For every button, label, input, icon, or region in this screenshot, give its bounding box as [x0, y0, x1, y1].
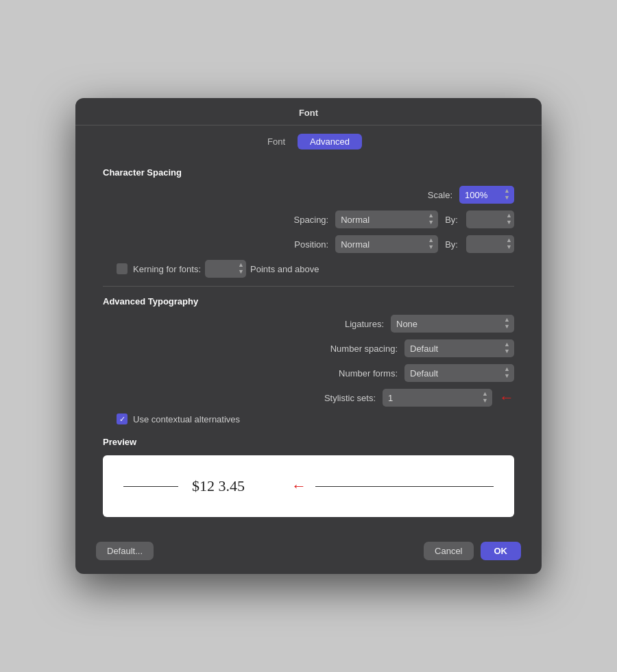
- default-button[interactable]: Default...: [96, 542, 154, 560]
- ligatures-select[interactable]: None Standard Only Standard and Contextu…: [391, 315, 514, 333]
- spacing-by-input[interactable]: [466, 211, 514, 228]
- kerning-points-label: Points and above: [250, 264, 319, 274]
- spacing-by-group: By: ▲ ▼: [445, 211, 514, 228]
- preview-red-arrow: ←: [291, 477, 306, 495]
- spacing-select-wrapper: Normal Expanded Condensed ▲ ▼: [335, 211, 438, 228]
- stylistic-sets-red-arrow: ←: [499, 390, 514, 405]
- dialog-title-bar: Font: [75, 98, 542, 125]
- number-forms-select[interactable]: Default Lining Old-Style: [404, 364, 514, 382]
- number-forms-select-wrapper: Default Lining Old-Style ▲ ▼: [404, 364, 514, 382]
- number-spacing-select-wrapper: Default Proportional Tabular ▲ ▼: [404, 339, 514, 357]
- scale-select[interactable]: 100% 75% 90% 110% 125% 150% 200%: [459, 186, 514, 204]
- kerning-row: Kerning for fonts: ▲ ▼ Points and above: [117, 260, 514, 278]
- section-divider: [103, 286, 514, 287]
- preview-line-left: [123, 486, 178, 487]
- font-dialog: Font Font Advanced Character Spacing Sca…: [75, 98, 542, 574]
- preview-box: $12 3.45 ←: [103, 455, 514, 517]
- spacing-row: Spacing: Normal Expanded Condensed ▲ ▼ B…: [103, 211, 514, 228]
- ligatures-select-wrapper: None Standard Only Standard and Contextu…: [391, 315, 514, 333]
- position-by-input[interactable]: [466, 235, 514, 253]
- stylistic-sets-row: Stylistic sets: 1 2 3 4 5 ▲ ▼ ←: [103, 389, 514, 407]
- kerning-points-input[interactable]: [205, 260, 246, 278]
- preview-line-right: [315, 486, 494, 487]
- position-select-wrapper: Normal Raised Lowered ▲ ▼: [335, 235, 438, 253]
- number-spacing-row: Number spacing: Default Proportional Tab…: [103, 339, 514, 357]
- tab-font[interactable]: Font: [255, 134, 298, 149]
- kerning-label: Kerning for fonts:: [133, 264, 201, 274]
- use-contextual-row: Use contextual alternatives: [117, 413, 514, 424]
- preview-text: $12 3.45: [192, 477, 245, 495]
- ligatures-row: Ligatures: None Standard Only Standard a…: [103, 315, 514, 333]
- position-row: Position: Normal Raised Lowered ▲ ▼ By: …: [103, 235, 514, 253]
- advanced-typography-title: Advanced Typography: [103, 296, 514, 307]
- tab-advanced[interactable]: Advanced: [298, 134, 362, 149]
- ligatures-label: Ligatures:: [295, 319, 384, 329]
- number-forms-label: Number forms:: [308, 368, 398, 379]
- dialog-content: Character Spacing Scale: 100% 75% 90% 11…: [75, 158, 542, 535]
- bottom-bar: Default... Cancel OK: [75, 535, 542, 560]
- scale-label: Scale:: [363, 190, 452, 200]
- use-contextual-label: Use contextual alternatives: [133, 414, 240, 424]
- ok-button[interactable]: OK: [481, 542, 522, 560]
- character-spacing-title: Character Spacing: [103, 167, 514, 178]
- stylistic-sets-select-wrapper: 1 2 3 4 5 ▲ ▼: [383, 389, 492, 407]
- use-contextual-checkbox[interactable]: [117, 413, 128, 424]
- kerning-checkbox[interactable]: [117, 263, 128, 274]
- scale-row: Scale: 100% 75% 90% 110% 125% 150% 200% …: [103, 186, 514, 204]
- spacing-select[interactable]: Normal Expanded Condensed: [335, 211, 438, 228]
- scale-select-wrapper: 100% 75% 90% 110% 125% 150% 200% ▲ ▼: [459, 186, 514, 204]
- preview-title: Preview: [103, 437, 514, 447]
- position-by-group: By: ▲ ▼: [445, 235, 514, 253]
- spacing-label: Spacing:: [239, 215, 328, 225]
- position-label: Position:: [239, 239, 328, 250]
- preview-section: Preview $12 3.45 ←: [103, 437, 514, 517]
- number-spacing-label: Number spacing:: [308, 344, 398, 354]
- stylistic-sets-select[interactable]: 1 2 3 4 5: [383, 389, 492, 407]
- kerning-input-wrapper: ▲ ▼: [205, 260, 246, 278]
- number-forms-row: Number forms: Default Lining Old-Style ▲…: [103, 364, 514, 382]
- stylistic-sets-label: Stylistic sets:: [287, 393, 376, 403]
- right-buttons: Cancel OK: [424, 542, 521, 560]
- position-select[interactable]: Normal Raised Lowered: [335, 235, 438, 253]
- cancel-button[interactable]: Cancel: [424, 542, 473, 560]
- position-by-label: By:: [445, 239, 458, 250]
- dialog-title: Font: [299, 108, 318, 118]
- spacing-by-label: By:: [445, 215, 458, 225]
- position-by-stepper: ▲ ▼: [466, 235, 514, 253]
- tabs-row: Font Advanced: [75, 125, 542, 158]
- spacing-by-stepper: ▲ ▼: [466, 211, 514, 228]
- number-spacing-select[interactable]: Default Proportional Tabular: [404, 339, 514, 357]
